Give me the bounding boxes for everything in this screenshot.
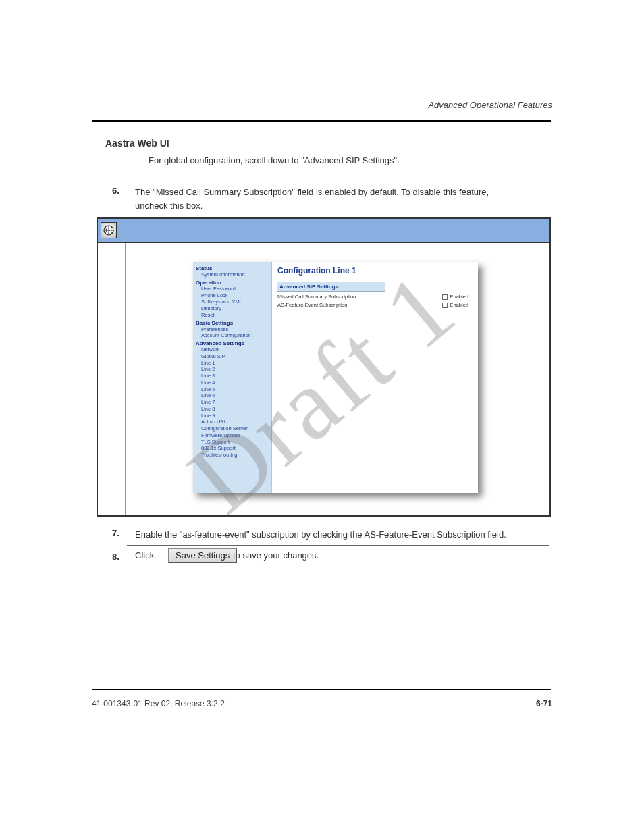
nav-item-line4[interactable]: Line 4 [201, 380, 269, 386]
checkbox-icon [442, 294, 448, 300]
nav-item-network[interactable]: Network [201, 346, 269, 353]
step-6-number: 6. [112, 186, 119, 196]
nav-item-line2[interactable]: Line 2 [201, 366, 269, 373]
step-8-number: 8. [112, 552, 119, 562]
save-settings-button[interactable]: Save Settings [168, 548, 237, 563]
nav-item-line5[interactable]: Line 5 [201, 386, 269, 393]
advanced-sip-section: Advanced SIP Settings [277, 282, 385, 292]
missed-call-enabled[interactable]: Enabled [442, 294, 468, 300]
nav-section-operation: Operation [196, 280, 269, 286]
footer-page-number: 6-71 [536, 699, 552, 708]
nav-item-line1[interactable]: Line 1 [201, 360, 269, 367]
nav-item-sysinfo[interactable]: System Information [201, 271, 269, 278]
footer-docid: 41-001343-01 Rev 02, Release 3.2.2 [92, 699, 225, 708]
config-nav: Status System Information Operation User… [193, 262, 271, 493]
doc-section-title: Advanced Operational Features [428, 100, 552, 110]
webui-titlebar [98, 219, 549, 243]
nav-item-line9[interactable]: Line 9 [201, 413, 269, 419]
nav-item-troubleshoot[interactable]: Troubleshooting [201, 452, 269, 459]
nav-item-accountcfg[interactable]: Account Configuration [201, 332, 269, 339]
aastra-body-text: For global configuration, scroll down to… [149, 154, 527, 167]
webui-content: Status System Information Operation User… [126, 243, 549, 515]
footer-rule [92, 689, 551, 690]
nav-item-phonelock[interactable]: Phone Lock [201, 292, 269, 299]
nav-item-softkeys[interactable]: Softkeys and XML [201, 298, 269, 305]
missed-call-label: Missed Call Summary Subscription [277, 294, 356, 300]
missed-call-cb-label: Enabled [450, 294, 468, 300]
globe-icon [101, 222, 117, 238]
nav-item-globalsip[interactable]: Global SIP [201, 353, 269, 360]
config-main: Configuration Line 1 Advanced SIP Settin… [271, 262, 478, 493]
webui-left-gutter [98, 243, 126, 515]
missed-call-row: Missed Call Summary Subscription Enabled [277, 294, 473, 300]
asfeature-cb-label: Enabled [450, 302, 468, 308]
nav-item-line3[interactable]: Line 3 [201, 373, 269, 380]
nav-item-line6[interactable]: Line 6 [201, 392, 269, 399]
asfeature-enabled[interactable]: Enabled [442, 302, 468, 308]
row-separator-bottom [97, 569, 549, 569]
asfeature-row: AS-Feature-Event Subscription Enabled [277, 302, 473, 308]
nav-item-line7[interactable]: Line 7 [201, 399, 269, 406]
step-7-text: Enable the "as-feature-event" subscripti… [135, 528, 513, 542]
nav-section-status: Status [196, 265, 269, 271]
nav-item-reset[interactable]: Reset [201, 312, 269, 319]
nav-section-basic: Basic Settings [196, 320, 269, 326]
nav-item-8021x[interactable]: 802.1x Support [201, 445, 269, 452]
step-8-text: to save your changes. [233, 550, 319, 561]
nav-item-fwupdate[interactable]: Firmware Update [201, 432, 269, 439]
header-rule [92, 120, 551, 122]
config-heading: Configuration Line 1 [277, 266, 473, 276]
checkbox-icon [442, 303, 448, 308]
step-6-text: The "Missed Call Summary Subscription" f… [135, 186, 513, 212]
nav-item-tlssupport[interactable]: TLS Support [201, 439, 269, 446]
nav-item-preferences[interactable]: Preferences [201, 326, 269, 333]
asfeature-label: AS-Feature-Event Subscription [277, 302, 347, 308]
webui-window: Status System Information Operation User… [97, 217, 551, 517]
nav-item-line8[interactable]: Line 8 [201, 406, 269, 413]
aastra-webui-heading: Aastra Web UI [105, 138, 169, 149]
step-8-click: Click [135, 550, 154, 561]
nav-item-cfgserver[interactable]: Configuration Server [201, 425, 269, 432]
nav-item-actionuri[interactable]: Action URI [201, 419, 269, 425]
nav-item-userpassword[interactable]: User Password [201, 286, 269, 292]
nav-item-directory[interactable]: Directory [201, 305, 269, 312]
nav-section-advanced: Advanced Settings [196, 340, 269, 346]
step-7-number: 7. [112, 528, 119, 538]
row-separator [127, 545, 549, 546]
config-screenshot: Status System Information Operation User… [193, 262, 478, 493]
